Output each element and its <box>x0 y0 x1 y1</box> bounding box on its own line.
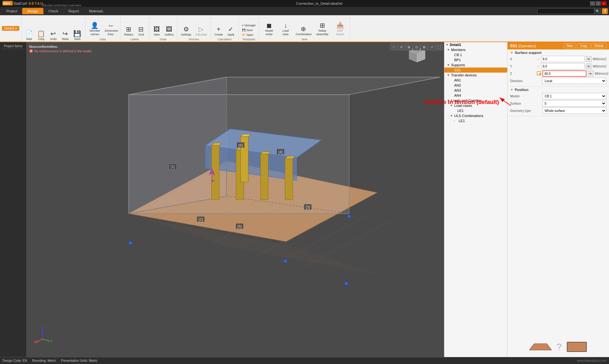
tab-report[interactable]: Report <box>63 8 84 14</box>
minimize-button[interactable]: – <box>590 1 595 6</box>
svg-text:[2]: [2] <box>199 218 203 222</box>
save-template-button[interactable]: 💾 Save <box>241 28 257 32</box>
vp-frame-btn[interactable]: ⊡ <box>413 43 420 50</box>
tree-item-loads[interactable]: ▼ Loads and Combin... <box>444 98 507 103</box>
props-header: SS1 [Operation] New Copy Delete <box>508 42 609 49</box>
detail-dropdown[interactable]: Detail1 ▾ <box>0 15 22 42</box>
tree-item-an4[interactable]: AN4 <box>444 93 507 98</box>
surface-support-title[interactable]: ▼ Surface support <box>510 51 606 55</box>
window-title: Connection_to_Detail.ideaDet <box>49 2 590 5</box>
apply-button[interactable]: ✓ Apply <box>225 25 237 37</box>
vp-zoom-btn[interactable]: ↗ <box>428 43 435 50</box>
tree-item-an3[interactable]: AN3 <box>444 88 507 93</box>
dxf-import-button[interactable]: 📥 DXF Import <box>332 21 348 37</box>
x-edit-button[interactable]: ✏ <box>586 56 592 62</box>
manager-icon: ≡ <box>242 24 244 27</box>
load-case-button[interactable]: ↓ Load case <box>278 21 293 37</box>
y-input[interactable] <box>541 63 585 69</box>
undo-button[interactable]: ↩ Undo <box>48 29 59 42</box>
tab-materials[interactable]: Materials <box>84 8 108 14</box>
settings-button[interactable]: ⚙ Settings <box>179 25 193 37</box>
member-names-button[interactable]: 👤 Member names <box>87 21 102 37</box>
x-input[interactable] <box>541 56 585 62</box>
z-check[interactable]: ✓ <box>537 71 541 76</box>
tree-item-uls[interactable]: ▼ ULS Combinations <box>444 113 507 118</box>
grid-button[interactable]: ⊟ Grid <box>135 25 147 37</box>
tree-item-members[interactable]: ▼ Members <box>444 47 507 52</box>
tree-item-le1-uls[interactable]: ✓ LE1 <box>444 118 507 123</box>
save-button[interactable]: 💾 Save <box>72 29 83 42</box>
tree-arrow-members: ▼ <box>447 48 450 51</box>
thumbnail-rectangle[interactable] <box>566 341 587 353</box>
props-copy-button[interactable]: Copy <box>577 43 590 48</box>
tree-item-an2[interactable]: AN2 <box>444 83 507 88</box>
vp-rotate-btn[interactable]: ↺ <box>398 43 405 50</box>
tree-item-an1[interactable]: AN1 <box>444 78 507 83</box>
copy-button[interactable]: 📋 Copy <box>36 29 47 42</box>
master-row: Master CB 1 <box>510 93 606 99</box>
search-input[interactable] <box>537 8 594 14</box>
direction-select[interactable]: Local <box>542 78 606 84</box>
combination-button[interactable]: ⊕ Combination <box>294 25 312 37</box>
props-new-button[interactable]: New <box>564 43 576 48</box>
svg-text:[3]: [3] <box>306 205 310 210</box>
model-entity-button[interactable]: ◼ Model entity <box>261 21 277 37</box>
grid-icon: ⊟ <box>138 26 144 32</box>
apply-icon: ✓ <box>228 26 233 32</box>
tab-design[interactable]: Design <box>22 8 43 14</box>
vp-solid-btn[interactable]: ⊠ <box>421 43 428 50</box>
geometry-type-select[interactable]: Whole surface <box>542 107 606 114</box>
props-delete-button[interactable]: Delete <box>592 43 606 48</box>
gallery-button[interactable]: 🖼 Gallery <box>163 25 175 37</box>
surface-select[interactable]: 5 <box>542 100 606 107</box>
vp-select-btn[interactable]: □ <box>390 43 397 50</box>
tree-item-load-cases[interactable]: ▼ Load cases <box>444 103 507 108</box>
tree-item-supports[interactable]: ▼ Supports <box>444 62 507 68</box>
y-edit-button[interactable]: ✏ <box>586 63 592 69</box>
position-title[interactable]: ▼ Position <box>510 88 606 92</box>
data-group-label: Data <box>100 37 106 42</box>
svg-marker-60 <box>529 344 552 350</box>
calculate-button[interactable]: ▷ Calculate <box>193 25 209 37</box>
search-button[interactable]: 🔍 <box>594 8 601 14</box>
vp-grid-btn[interactable]: ⊞ <box>405 43 412 50</box>
vp-fit-btn[interactable]: ⛶ <box>436 43 443 50</box>
tab-project[interactable]: Project <box>1 8 22 14</box>
create-button[interactable]: + Create <box>213 25 225 37</box>
maximize-button[interactable]: □ <box>596 1 601 6</box>
open-template-icon: 📂 <box>242 33 246 36</box>
viewport[interactable]: Nonconformities: ✕ No reinforcement is d… <box>27 42 444 357</box>
new-button[interactable]: 📄 New <box>23 29 35 42</box>
svg-text:[1]: [1] <box>171 165 175 169</box>
tree-item-bp1[interactable]: BP1 <box>444 57 507 62</box>
x-check[interactable]: ✓ <box>537 57 540 61</box>
close-button[interactable]: × <box>601 1 606 6</box>
ribbon-group-data: 👤 Member names ↔ Dimension lines Data <box>85 15 121 42</box>
master-select[interactable]: CB 1 <box>542 93 606 99</box>
rebar-assembly-button[interactable]: ⊞ Rebar assembly <box>313 21 331 37</box>
tree-item-cb1[interactable]: CB 1 <box>444 52 507 57</box>
rebars-button[interactable]: ⊞ Rebars <box>122 25 135 37</box>
geometry-type-label: Geometry type <box>510 109 535 113</box>
manager-button[interactable]: ≡ Manager <box>241 23 257 28</box>
tab-check[interactable]: Check <box>43 8 63 14</box>
pictures-group-label: Pictures <box>189 37 199 42</box>
redo-button[interactable]: ↪ Redo <box>60 29 71 42</box>
tree-item-le1-lc[interactable]: LE1 <box>444 108 507 113</box>
z-edit-button[interactable]: ✏ <box>588 71 593 76</box>
tree-item-ss1[interactable]: SS1 <box>444 68 507 73</box>
tree-item-detail1[interactable]: ▼ Detail1 <box>444 42 507 47</box>
y-check[interactable]: ✓ <box>537 65 540 68</box>
tree-arrow-load-cases: ▼ <box>450 104 453 107</box>
help-button[interactable]: ? <box>602 8 608 14</box>
tree-item-transfer[interactable]: ▼ Transfer devices <box>444 73 507 78</box>
new-pic-button[interactable]: 🖼 New <box>151 25 162 37</box>
surface-label: Surface <box>510 102 535 105</box>
geometry-type-row: Geometry type Whole surface <box>510 107 606 114</box>
open-template-button[interactable]: 📂 Open <box>241 33 257 37</box>
ribbon-group-calculation: + Create ✓ Apply Calculation <box>211 15 239 42</box>
ribbon: Detail1 ▾ 📄 New 📋 Copy ↩ Undo ↪ Redo 💾 <box>0 15 609 42</box>
dimension-lines-button[interactable]: ↔ Dimension lines <box>103 21 118 37</box>
tree-check-le1: ✓ <box>453 119 458 122</box>
z-input[interactable] <box>542 70 586 77</box>
